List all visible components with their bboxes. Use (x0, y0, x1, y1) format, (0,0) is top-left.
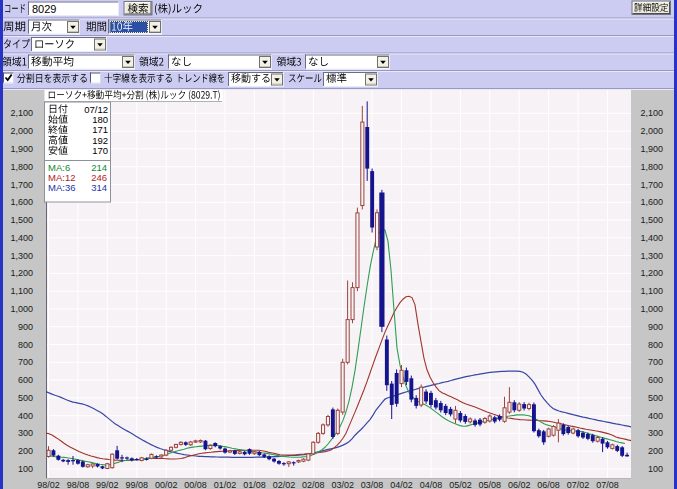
svg-text:1,500: 1,500 (10, 215, 33, 225)
svg-text:1,600: 1,600 (10, 197, 33, 207)
svg-text:1,900: 1,900 (10, 144, 33, 154)
svg-text:2,100: 2,100 (10, 108, 33, 118)
svg-text:100: 100 (18, 464, 33, 474)
svg-text:98/02: 98/02 (37, 480, 60, 489)
svg-text:1,000: 1,000 (10, 304, 33, 314)
svg-text:1,100: 1,100 (640, 286, 663, 296)
svg-text:06/08: 06/08 (537, 480, 560, 489)
svg-text:02/08: 02/08 (302, 480, 325, 489)
svg-text:1,900: 1,900 (640, 144, 663, 154)
svg-text:800: 800 (18, 340, 33, 350)
svg-text:600: 600 (18, 375, 33, 385)
svg-text:1,200: 1,200 (640, 268, 663, 278)
svg-text:99/02: 99/02 (96, 480, 119, 489)
svg-text:98/08: 98/08 (67, 480, 90, 489)
svg-text:MA:36: MA:36 (48, 182, 75, 193)
svg-text:01/02: 01/02 (214, 480, 237, 489)
svg-text:2,000: 2,000 (10, 126, 33, 136)
svg-text:04/08: 04/08 (420, 480, 443, 489)
svg-text:900: 900 (18, 322, 33, 332)
svg-text:300: 300 (648, 428, 663, 438)
svg-text:06/02: 06/02 (508, 480, 531, 489)
svg-text:200: 200 (648, 446, 663, 456)
svg-text:100: 100 (648, 464, 663, 474)
svg-text:192: 192 (92, 135, 108, 146)
svg-text:171: 171 (92, 124, 108, 135)
svg-text:1,800: 1,800 (10, 162, 33, 172)
svg-text:1,500: 1,500 (640, 215, 663, 225)
svg-text:1,700: 1,700 (640, 180, 663, 190)
svg-text:03/02: 03/02 (331, 480, 354, 489)
svg-text:300: 300 (18, 428, 33, 438)
svg-text:01/08: 01/08 (243, 480, 266, 489)
svg-text:1,800: 1,800 (640, 162, 663, 172)
svg-text:1,300: 1,300 (10, 251, 33, 261)
svg-text:1,100: 1,100 (10, 286, 33, 296)
svg-text:400: 400 (648, 411, 663, 421)
svg-text:1,300: 1,300 (640, 251, 663, 261)
svg-text:02/02: 02/02 (273, 480, 296, 489)
svg-text:07/08: 07/08 (596, 480, 619, 489)
svg-text:00/08: 00/08 (184, 480, 207, 489)
svg-text:2,000: 2,000 (640, 126, 663, 136)
svg-text:1,200: 1,200 (10, 268, 33, 278)
svg-text:800: 800 (648, 340, 663, 350)
svg-text:05/02: 05/02 (449, 480, 472, 489)
svg-text:700: 700 (648, 357, 663, 367)
svg-text:200: 200 (18, 446, 33, 456)
svg-text:314: 314 (91, 182, 107, 193)
svg-text:700: 700 (18, 357, 33, 367)
svg-text:2,100: 2,100 (640, 108, 663, 118)
svg-text:99/08: 99/08 (126, 480, 149, 489)
svg-text:500: 500 (18, 393, 33, 403)
svg-text:05/08: 05/08 (479, 480, 502, 489)
svg-text:170: 170 (92, 145, 108, 156)
svg-text:07/12: 07/12 (84, 104, 108, 115)
svg-text:400: 400 (18, 411, 33, 421)
svg-text:1,000: 1,000 (640, 304, 663, 314)
svg-text:00/02: 00/02 (155, 480, 178, 489)
svg-text:1,400: 1,400 (640, 233, 663, 243)
svg-text:1,400: 1,400 (10, 233, 33, 243)
svg-text:900: 900 (648, 322, 663, 332)
svg-text:1,700: 1,700 (10, 180, 33, 190)
svg-text:1,600: 1,600 (640, 197, 663, 207)
svg-text:180: 180 (92, 114, 108, 125)
svg-text:07/02: 07/02 (567, 480, 590, 489)
svg-text:600: 600 (648, 375, 663, 385)
svg-text:500: 500 (648, 393, 663, 403)
svg-text:03/08: 03/08 (361, 480, 384, 489)
svg-text:04/02: 04/02 (390, 480, 413, 489)
svg-text:8029: 8029 (32, 3, 56, 15)
